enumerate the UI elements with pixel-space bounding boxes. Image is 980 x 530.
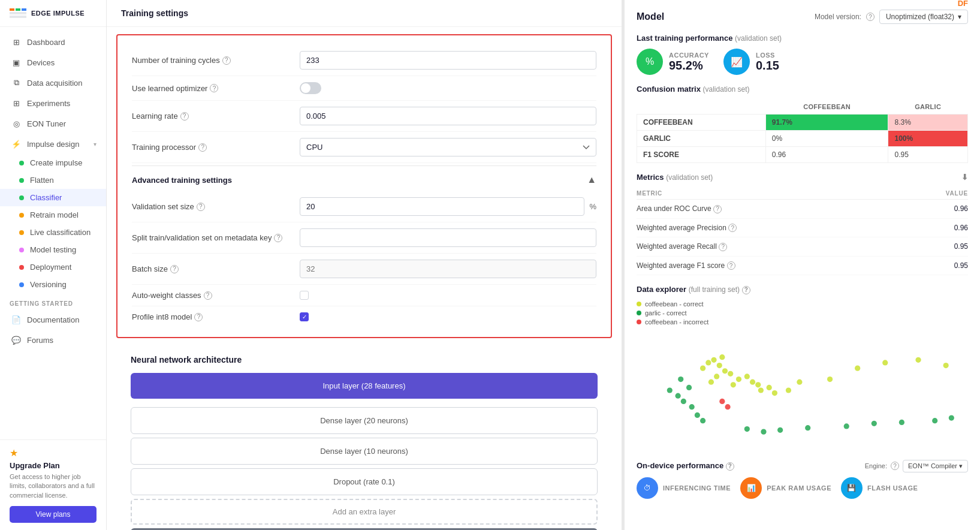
validation-size-help-icon[interactable]: ? [197, 203, 205, 211]
sidebar-item-devices[interactable]: ▣ Devices [0, 52, 106, 73]
sidebar-sub-label: Live classification [30, 228, 91, 237]
legend-dot-green [637, 311, 641, 315]
ondevice-section: On-device performance ? Engine: ? EON™ C… [637, 460, 968, 499]
add-extra-layer-button[interactable]: Add an extra layer [131, 499, 598, 525]
dot-icon [19, 161, 24, 165]
split-metadata-help-icon[interactable]: ? [274, 234, 282, 242]
sidebar-item-impulse-design[interactable]: ⚡ Impulse design ▾ [0, 134, 106, 154]
svg-rect-2 [22, 8, 26, 11]
model-version-help-icon[interactable]: ? [866, 13, 875, 21]
metric-help-icon[interactable]: ? [727, 261, 735, 270]
scatter-plot [637, 330, 968, 450]
main-content: Training settings Number of training cyc… [107, 0, 980, 530]
legend-dot-yellow [637, 302, 641, 306]
metric-row: Weighted average Recall ? 0.95 [637, 237, 968, 257]
sidebar-item-classifier[interactable]: Classifier [0, 189, 106, 206]
learned-optimizer-help-icon[interactable]: ? [210, 84, 218, 92]
legend-coffeebean-incorrect: coffeebean - incorrect [637, 318, 968, 326]
validation-size-input[interactable] [300, 197, 584, 216]
upgrade-star-icon: ★ [10, 447, 97, 459]
sidebar-item-retrain-model[interactable]: Retrain model [0, 206, 106, 224]
flash-usage-label: FLASH USAGE [867, 484, 918, 492]
dense-layer-2[interactable]: Dense layer (10 neurons) [131, 438, 598, 465]
ondevice-help-icon[interactable]: ? [726, 462, 734, 471]
svg-point-28 [728, 371, 733, 376]
sidebar-item-versioning[interactable]: Versioning [0, 276, 106, 293]
training-cycles-help-icon[interactable]: ? [222, 56, 231, 65]
sidebar-item-model-testing[interactable]: Model testing [0, 241, 106, 258]
logo-icon [10, 7, 26, 19]
metric-help-icon[interactable]: ? [719, 243, 727, 251]
learning-rate-input[interactable] [300, 107, 596, 125]
sidebar-item-experiments[interactable]: ⊞ Experiments [0, 93, 106, 113]
training-processor-help-icon[interactable]: ? [198, 143, 207, 152]
training-cycles-input[interactable] [300, 51, 596, 70]
engine-help-icon[interactable]: ? [891, 462, 899, 470]
version-badge-button[interactable]: Unoptimized (float32) ▾ [879, 10, 968, 24]
profile-int8-help-icon[interactable]: ? [194, 313, 203, 321]
peak-ram-label: PEAK RAM USAGE [767, 484, 831, 492]
engine-badge-button[interactable]: EON™ Compiler ▾ [903, 460, 968, 472]
input-layer[interactable]: Input layer (28 features) [131, 373, 598, 399]
svg-point-9 [681, 398, 686, 403]
svg-point-33 [744, 374, 750, 379]
auto-weight-help-icon[interactable]: ? [204, 291, 212, 300]
profile-int8-checkbox[interactable]: ✓ [300, 312, 309, 321]
book-icon: 📄 [11, 315, 21, 324]
layers-icon: ⧉ [11, 78, 21, 88]
sidebar-item-create-impulse[interactable]: Create impulse [0, 154, 106, 171]
svg-point-29 [714, 374, 719, 379]
sidebar-sub-label: Flatten [30, 176, 54, 185]
batch-size-help-icon[interactable]: ? [170, 265, 179, 273]
advanced-settings-header[interactable]: Advanced training settings ▲ [132, 168, 596, 191]
legend-coffeebean-correct: coffeebean - correct [637, 300, 968, 308]
batch-size-label: Batch size ? [132, 264, 300, 273]
split-metadata-input[interactable] [300, 228, 596, 247]
sidebar-item-eon-tuner[interactable]: ◎ EON Tuner [0, 113, 106, 134]
data-explorer-legend: coffeebean - correct garlic - correct co… [637, 300, 968, 326]
sidebar-item-documentation[interactable]: 📄 Documentation [0, 309, 106, 330]
training-processor-select[interactable]: CPU GPU [300, 138, 596, 156]
accuracy-card: % ACCURACY 95.2% [637, 49, 709, 75]
df-badge: DF [958, 0, 968, 8]
dropout-layer[interactable]: Dropout (rate 0.1) [131, 468, 598, 495]
auto-weight-label: Auto-weight classes ? [132, 291, 300, 300]
batch-size-input[interactable] [300, 260, 596, 278]
svg-point-47 [725, 404, 730, 409]
sidebar-item-data-acquisition[interactable]: ⧉ Data acquisition [0, 73, 106, 93]
accuracy-info: ACCURACY 95.2% [669, 52, 709, 73]
svg-point-45 [943, 362, 949, 368]
engine-chevron-icon: ▾ [959, 462, 963, 469]
dot-icon [19, 213, 24, 218]
sidebar-item-deployment[interactable]: Deployment [0, 258, 106, 276]
sidebar-item-dashboard[interactable]: ⊞ Dashboard [0, 32, 106, 52]
col-coffeebean: COFFEEBEAN [765, 100, 888, 115]
auto-weight-checkbox[interactable] [300, 291, 309, 300]
validation-size-label: Validation set size ? [132, 202, 300, 211]
download-icon[interactable]: ⬇ [961, 173, 968, 182]
metrics-cards: % ACCURACY 95.2% 📈 LOSS 0.15 [637, 49, 968, 75]
learning-rate-help-icon[interactable]: ? [180, 112, 189, 121]
sidebar-item-live-classification[interactable]: Live classification [0, 224, 106, 241]
legend-dot-red [637, 320, 641, 324]
metric-help-icon[interactable]: ? [713, 205, 722, 213]
sidebar-item-forums[interactable]: 💬 Forums [0, 330, 106, 350]
dense-layer-1[interactable]: Dense layer (20 neurons) [131, 407, 598, 434]
flash-usage-card: 💾 FLASH USAGE [841, 477, 918, 499]
svg-point-6 [686, 384, 692, 390]
dot-icon [19, 178, 24, 183]
learned-optimizer-toggle[interactable] [300, 82, 321, 94]
flash-usage-icon: 💾 [841, 477, 863, 499]
sidebar: EDGE IMPULSE ⊞ Dashboard ▣ Devices ⧉ Dat… [0, 0, 107, 530]
view-plans-button[interactable]: View plans [10, 506, 97, 523]
collapse-icon: ▲ [587, 174, 596, 185]
training-panel: Training settings Number of training cyc… [107, 0, 622, 530]
svg-rect-4 [10, 16, 26, 18]
svg-point-14 [761, 429, 766, 434]
confusion-matrix-title: Confusion matrix (validation set) [637, 85, 968, 94]
metric-help-icon[interactable]: ? [728, 224, 737, 232]
upgrade-title: Upgrade Plan [10, 461, 97, 470]
peak-ram-icon: 📊 [740, 477, 762, 499]
sidebar-item-flatten[interactable]: Flatten [0, 171, 106, 189]
data-explorer-help-icon[interactable]: ? [742, 286, 750, 294]
